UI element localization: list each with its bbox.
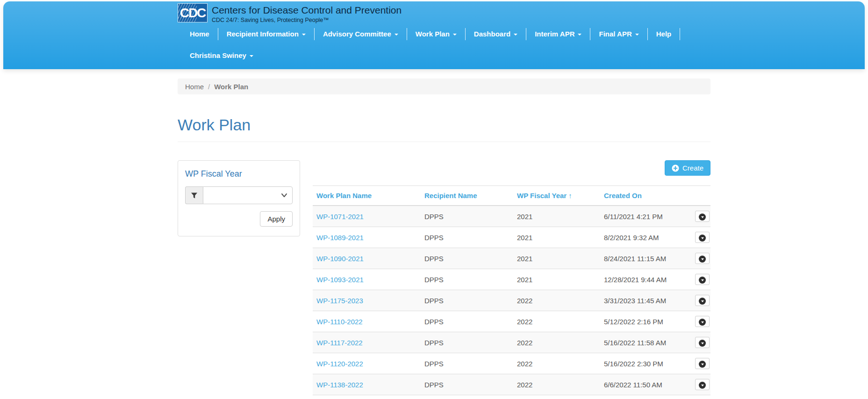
- table-row: WP-1140-2022DPPS20226/7/2022 1:50 PM: [313, 395, 710, 399]
- table-row: WP-1175-2023DPPS20223/31/2023 11:45 AM: [313, 290, 710, 311]
- row-actions-button[interactable]: [695, 379, 710, 390]
- column-header-created-on[interactable]: Created On: [600, 186, 683, 206]
- fiscal-year-cell: 2021: [517, 234, 532, 242]
- create-button[interactable]: Create: [665, 160, 710, 176]
- page-title: Work Plan: [178, 116, 710, 142]
- column-header-recipient-name[interactable]: Recipient Name: [421, 186, 513, 206]
- row-actions-button[interactable]: [695, 211, 710, 222]
- row-actions-button[interactable]: [695, 337, 710, 348]
- table-row: WP-1117-2022DPPS20225/16/2022 11:58 AM: [313, 332, 710, 353]
- fiscal-year-select[interactable]: [203, 186, 293, 204]
- row-actions-button[interactable]: [695, 295, 710, 306]
- fiscal-year-cell: 2021: [517, 276, 532, 284]
- recipient-name-cell: DPPS: [424, 276, 444, 284]
- chevron-down-icon: [514, 34, 517, 36]
- user-menu[interactable]: Christina Swiney: [181, 50, 262, 62]
- row-actions-button[interactable]: [695, 358, 710, 369]
- chevron-down-icon: [635, 34, 639, 36]
- plus-circle-icon: [672, 164, 679, 172]
- chevron-down-icon: [699, 256, 706, 263]
- toolbar: Create: [313, 160, 710, 176]
- recipient-name-cell: DPPS: [424, 360, 444, 368]
- app-header: CDC Centers for Disease Control and Prev…: [3, 1, 865, 69]
- main-nav: HomeRecipient InformationAdvisory Commit…: [181, 28, 680, 40]
- created-on-cell: 5/16/2022 2:30 PM: [604, 360, 663, 368]
- nav-item-advisory-committee[interactable]: Advisory Committee: [315, 28, 407, 40]
- nav-item-home[interactable]: Home: [181, 28, 218, 40]
- nav-item-recipient-information[interactable]: Recipient Information: [218, 28, 315, 40]
- apply-button[interactable]: Apply: [260, 211, 293, 227]
- table-row: WP-1138-2022DPPS20226/6/2022 11:50 AM: [313, 374, 710, 395]
- chevron-down-icon: [699, 277, 706, 284]
- created-on-cell: 6/11/2021 4:21 PM: [604, 213, 663, 221]
- sort-ascending-icon: ↑: [568, 192, 572, 200]
- table-row: WP-1093-2021DPPS202112/28/2021 9:44 AM: [313, 269, 710, 290]
- created-on-cell: 5/16/2022 11:58 AM: [604, 339, 666, 347]
- fiscal-year-cell: 2021: [517, 213, 532, 221]
- breadcrumb: Home / Work Plan: [178, 78, 710, 94]
- chevron-down-icon: [699, 235, 706, 242]
- fiscal-year-filter-panel: WP Fiscal Year Apply: [178, 160, 300, 236]
- fiscal-year-cell: 2022: [517, 297, 532, 305]
- breadcrumb-home-link[interactable]: Home: [185, 83, 204, 91]
- created-on-cell: 8/24/2021 11:15 AM: [604, 255, 666, 263]
- chevron-down-icon: [699, 298, 706, 305]
- cdc-brand: CDC Centers for Disease Control and Prev…: [178, 3, 402, 23]
- table-row: WP-1120-2022DPPS20225/16/2022 2:30 PM: [313, 353, 710, 374]
- chevron-down-icon: [302, 34, 306, 36]
- brand-text: Centers for Disease Control and Preventi…: [212, 3, 402, 23]
- table-row: WP-1110-2022DPPS20225/12/2022 2:16 PM: [313, 311, 710, 332]
- fiscal-year-cell: 2021: [517, 255, 532, 263]
- fiscal-year-input-group: [185, 186, 293, 204]
- nav-item-help[interactable]: Help: [648, 28, 681, 40]
- work-plan-link[interactable]: WP-1120-2022: [316, 360, 363, 368]
- created-on-cell: 3/31/2023 11:45 AM: [604, 297, 666, 305]
- created-on-cell: 8/2/2021 9:32 AM: [604, 234, 659, 242]
- work-plan-link[interactable]: WP-1089-2021: [316, 234, 364, 242]
- recipient-name-cell: DPPS: [424, 339, 444, 347]
- chevron-down-icon: [699, 319, 706, 326]
- chevron-down-icon: [699, 340, 706, 347]
- fiscal-year-cell: 2022: [517, 339, 532, 347]
- agency-tagline: CDC 24/7: Saving Lives, Protecting Peopl…: [212, 17, 402, 23]
- work-plan-link[interactable]: WP-1138-2022: [316, 381, 363, 389]
- filter-panel-title: WP Fiscal Year: [185, 169, 293, 179]
- work-plan-table: Work Plan Name Recipient Name WP Fiscal …: [313, 185, 710, 399]
- work-plan-link[interactable]: WP-1110-2022: [316, 318, 363, 326]
- filter-icon-button[interactable]: [185, 186, 203, 204]
- nav-item-interim-apr[interactable]: Interim APR: [526, 28, 590, 40]
- agency-name: Centers for Disease Control and Preventi…: [212, 4, 402, 16]
- row-actions-button[interactable]: [695, 316, 710, 327]
- nav-item-final-apr[interactable]: Final APR: [590, 28, 647, 40]
- column-header-wp-fiscal-year[interactable]: WP Fiscal Year↑: [513, 186, 600, 206]
- recipient-name-cell: DPPS: [424, 255, 444, 263]
- nav-item-work-plan[interactable]: Work Plan: [407, 28, 466, 40]
- table-row: WP-1071-2021DPPS20216/11/2021 4:21 PM: [313, 206, 710, 227]
- chevron-down-icon: [578, 34, 581, 36]
- table-row: WP-1089-2021DPPS20218/2/2021 9:32 AM: [313, 227, 710, 248]
- funnel-icon: [191, 192, 198, 199]
- work-plan-list-section: Create Work Plan Name Recipient Name WP …: [313, 160, 710, 399]
- created-on-cell: 5/12/2022 2:16 PM: [604, 318, 663, 326]
- work-plan-link[interactable]: WP-1090-2021: [316, 255, 364, 263]
- cdc-logo-text: CDC: [180, 6, 206, 21]
- row-actions-button[interactable]: [695, 232, 710, 243]
- row-actions-button[interactable]: [695, 253, 710, 264]
- chevron-down-icon: [281, 193, 287, 198]
- work-plan-link[interactable]: WP-1093-2021: [316, 276, 364, 284]
- row-actions-button[interactable]: [695, 274, 710, 285]
- recipient-name-cell: DPPS: [424, 318, 444, 326]
- table-row: WP-1090-2021DPPS20218/24/2021 11:15 AM: [313, 248, 710, 269]
- work-plan-link[interactable]: WP-1175-2023: [316, 297, 363, 305]
- nav-item-dashboard[interactable]: Dashboard: [466, 28, 526, 40]
- work-plan-link[interactable]: WP-1117-2022: [316, 339, 363, 347]
- column-header-actions: [683, 186, 710, 206]
- apply-row: Apply: [185, 211, 293, 227]
- main-row: WP Fiscal Year Apply: [178, 160, 710, 399]
- chevron-down-icon: [699, 214, 706, 221]
- work-plan-link[interactable]: WP-1071-2021: [316, 213, 364, 221]
- column-header-work-plan-name[interactable]: Work Plan Name: [313, 186, 421, 206]
- recipient-name-cell: DPPS: [424, 297, 444, 305]
- cdc-logo[interactable]: CDC: [178, 3, 208, 22]
- fiscal-year-cell: 2022: [517, 318, 532, 326]
